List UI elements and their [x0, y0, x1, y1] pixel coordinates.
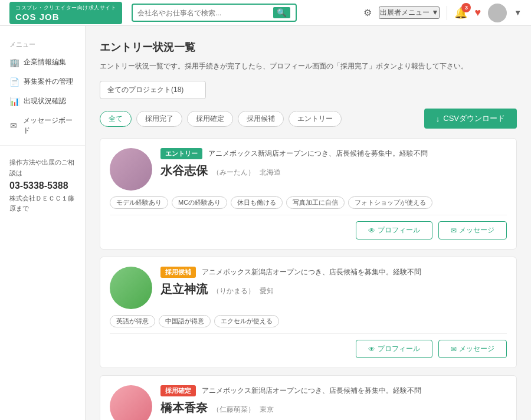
notification-badge: 3: [461, 3, 471, 12]
kana-1: （みーたん）: [212, 168, 255, 178]
status-badge-2: 採用候補: [160, 267, 196, 278]
chart-icon: 📊: [9, 97, 19, 106]
notification-button[interactable]: 🔔 3: [454, 6, 467, 19]
card-info-1: エントリー アニメボックス新潟店オープンにつき、店長候補を募集中。経験不問 水谷…: [160, 148, 507, 182]
csv-label: CSVダウンロード: [443, 113, 505, 124]
header-right: ⚙ 出展者メニュー ▼ 🔔 3 ♥ ▼: [363, 4, 522, 22]
filter-confirmed[interactable]: 採用確定: [187, 111, 233, 127]
entry-cards-list: エントリー アニメボックス新潟店オープンにつき、店長候補を募集中。経験不問 水谷…: [100, 138, 517, 420]
main-content: エントリー状況一覧 エントリー状況一覧です。採用手続きが完了したら、プロフィール…: [86, 26, 531, 420]
message-button-1[interactable]: ✉ メッセージ: [438, 221, 507, 239]
logo-main: COS JOB: [15, 12, 60, 22]
tag-item: 英語が得意: [110, 315, 155, 327]
sidebar-label-attendance: 出現状況確認: [24, 96, 66, 106]
document-icon: 📄: [9, 77, 19, 87]
filter-entry[interactable]: エントリー: [289, 111, 342, 127]
status-badge-3: 採用確定: [160, 385, 196, 396]
profile-button-1[interactable]: 👁 プロフィール: [356, 221, 432, 239]
sidebar-divider: [0, 145, 85, 146]
card-top-3: 採用確定 アニメボックス新潟店オープンにつき、店長候補を募集中。経験不問 橋本香…: [110, 385, 507, 420]
filter-all[interactable]: 全て: [100, 111, 132, 127]
csv-download-button[interactable]: ↓ CSVダウンロード: [424, 109, 517, 129]
avatar-3: [110, 385, 152, 420]
filter-candidate[interactable]: 採用候補: [238, 111, 284, 127]
card-top-1: エントリー アニメボックス新潟店オープンにつき、店長候補を募集中。経験不問 水谷…: [110, 148, 507, 191]
project-text-2: アニメボックス新潟店オープンにつき、店長候補を募集中。経験不問: [202, 267, 421, 277]
kana-3: （仁藤萌菜）: [212, 405, 255, 415]
layout: メニュー 🏢 企業情報編集 📄 募集案件の管理 📊 出現状況確認 ✉ メッセージ…: [0, 26, 531, 420]
tags-1: モデル経験あり MCの経験あり 休日も働ける 写真加工に自信 フォトショップが使…: [110, 196, 507, 209]
location-1: 北海道: [260, 168, 281, 178]
profile-label-2: プロフィール: [378, 344, 420, 354]
location-2: 愛知: [260, 286, 274, 296]
tag-item: フォトショップが使える: [348, 196, 432, 209]
sidebar: メニュー 🏢 企業情報編集 📄 募集案件の管理 📊 出現状況確認 ✉ メッセージ…: [0, 26, 86, 420]
avatar-dropdown-icon[interactable]: ▼: [514, 8, 522, 17]
tag-item: MCの経験あり: [172, 196, 227, 209]
eye-icon-2: 👁: [368, 345, 375, 353]
profile-label: プロフィール: [378, 225, 420, 235]
contact-label: 操作方法や出展のご相談は: [9, 158, 76, 178]
name-2: 足立神流: [160, 281, 208, 297]
sidebar-item-recruit-manage[interactable]: 📄 募集案件の管理: [0, 72, 85, 91]
status-row-2: 採用候補 アニメボックス新潟店オープンにつき、店長候補を募集中。経験不問: [160, 267, 507, 278]
card-top-2: 採用候補 アニメボックス新潟店オープンにつき、店長候補を募集中。経験不問 足立神…: [110, 267, 507, 309]
header-divider: [447, 6, 447, 20]
sidebar-item-company-info[interactable]: 🏢 企業情報編集: [0, 52, 85, 72]
sidebar-item-message-board[interactable]: ✉ メッセージボード: [0, 111, 85, 140]
name-1: 水谷志保: [160, 163, 208, 179]
location-3: 東京: [260, 405, 274, 415]
avatar[interactable]: [488, 4, 507, 22]
search-bar: 🔍: [132, 4, 297, 22]
logo-subtitle: コスプレ・クリエイター向け求人サイト: [15, 4, 116, 12]
kana-2: （りかまる）: [212, 286, 255, 296]
sidebar-label-recruit-manage: 募集案件の管理: [24, 77, 73, 87]
site-logo[interactable]: コスプレ・クリエイター向け求人サイト COS JOB: [9, 2, 122, 24]
tag-item: 休日も働ける: [231, 196, 283, 209]
page-title: エントリー状況一覧: [100, 40, 517, 54]
card-actions-2: 👁 プロフィール ✉ メッセージ: [110, 333, 507, 358]
page-description: エントリー状況一覧です。採用手続きが完了したら、プロフィール画面の「採用完了」ボ…: [100, 61, 517, 71]
contact-company: 株式会社ＤＥＣＣ１藤原まで: [9, 193, 76, 214]
building-icon: 🏢: [9, 58, 19, 67]
tag-item: モデル経験あり: [110, 196, 168, 209]
sidebar-menu-label: メニュー: [0, 35, 85, 52]
heart-icon[interactable]: ♥: [474, 6, 481, 19]
sidebar-contact: 操作方法や出展のご相談は 03-5338-5388 株式会社ＤＥＣＣ１藤原まで: [0, 150, 85, 221]
eye-icon: 👁: [368, 227, 375, 235]
sidebar-label-message-board: メッセージボード: [23, 116, 76, 136]
name-row-2: 足立神流 （りかまる） 愛知: [160, 281, 507, 297]
name-row-1: 水谷志保 （みーたん） 北海道: [160, 163, 507, 179]
gear-icon: ⚙: [363, 7, 372, 18]
search-icon: 🔍: [277, 8, 287, 17]
card-info-2: 採用候補 アニメボックス新潟店オープンにつき、店長候補を募集中。経験不問 足立神…: [160, 267, 507, 301]
project-selector[interactable]: 全てのプロジェクト(18): [100, 81, 206, 99]
avatar-1: [110, 148, 152, 191]
search-button[interactable]: 🔍: [273, 7, 290, 18]
mail-icon: ✉: [9, 121, 18, 130]
menu-label: 出展者メニュー ▼: [380, 8, 438, 18]
entry-card-2: 採用候補 アニメボックス新潟店オープンにつき、店長候補を募集中。経験不問 足立神…: [100, 257, 517, 368]
search-input[interactable]: [137, 9, 273, 17]
message-button-2[interactable]: ✉ メッセージ: [438, 340, 507, 358]
mail-icon-btn-2: ✉: [451, 345, 457, 353]
tags-2: 英語が得意 中国語が得意 エクセルが使える: [110, 315, 507, 327]
status-row-3: 採用確定 アニメボックス新潟店オープンにつき、店長候補を募集中。経験不問: [160, 385, 507, 396]
entry-card-1: エントリー アニメボックス新潟店オープンにつき、店長候補を募集中。経験不問 水谷…: [100, 138, 517, 250]
filter-row: 全て 採用完了 採用確定 採用候補 エントリー ↓ CSVダウンロード: [100, 109, 517, 129]
sidebar-item-attendance[interactable]: 📊 出現状況確認: [0, 91, 85, 111]
exhibitor-menu-button[interactable]: 出展者メニュー ▼: [379, 6, 440, 19]
sidebar-label-company-info: 企業情報編集: [24, 57, 66, 67]
project-text-3: アニメボックス新潟店オープンにつき、店長候補を募集中。経験不問: [202, 386, 421, 396]
contact-phone: 03-5338-5388: [9, 178, 76, 193]
card-actions-1: 👁 プロフィール ✉ メッセージ: [110, 215, 507, 239]
profile-button-2[interactable]: 👁 プロフィール: [356, 340, 432, 358]
name-3: 橋本香奈: [160, 400, 208, 416]
filter-hired[interactable]: 採用完了: [136, 111, 182, 127]
status-badge-1: エントリー: [160, 148, 202, 159]
message-label-2: メッセージ: [459, 344, 494, 354]
message-label: メッセージ: [459, 225, 494, 235]
card-info-3: 採用確定 アニメボックス新潟店オープンにつき、店長候補を募集中。経験不問 橋本香…: [160, 385, 507, 419]
tag-item: エクセルが使える: [214, 315, 279, 327]
mail-icon-btn: ✉: [451, 227, 457, 235]
